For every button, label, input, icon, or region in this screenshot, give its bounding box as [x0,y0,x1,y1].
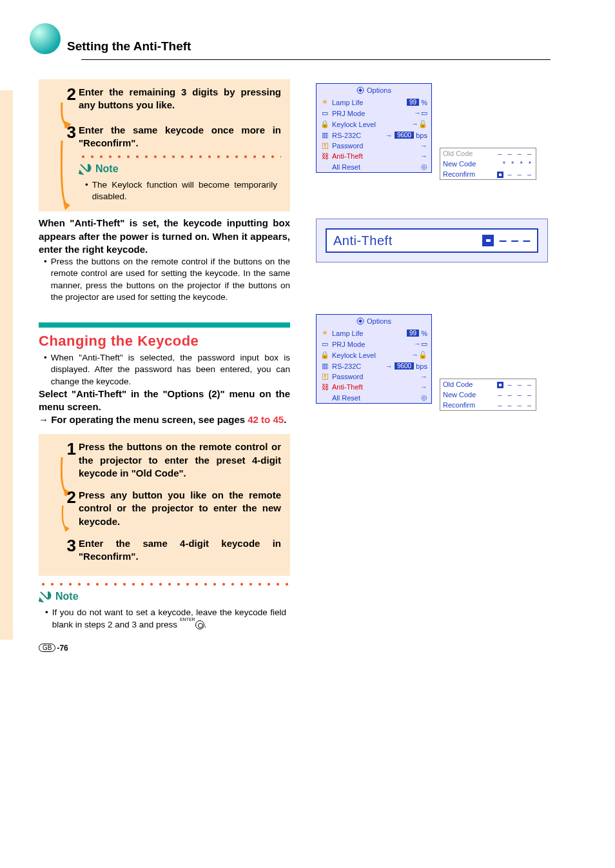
section-title: Changing the Keycode [39,333,290,350]
step-2b-text: Press any button you like on the remote … [79,489,281,528]
osd-options-menu: Options ☀Lamp Life99 % ▭PRJ Mode→▭ 🔒Keyl… [316,83,432,173]
osd-row-reset: All Reset◎ [317,392,431,403]
osd-row-lamp: ☀Lamp Life99 % [317,97,431,108]
step-2-text: Enter the remaining 3 digits by pressing… [79,86,281,112]
osd-row-prj: ▭PRJ Mode→▭ [317,339,431,350]
lamp-icon: ☀ [320,98,329,106]
page-number: -76 [57,644,68,653]
region-badge: GB [39,644,55,652]
osd-row-rs232c: ▥RS-232C → 9600 bps [317,360,431,371]
left-column: 2 Enter the remaining 3 digits by pressi… [39,79,290,631]
osd-title: Options [317,315,431,328]
step-number-3b: 3 [58,537,79,554]
step-number-3: 3 [58,124,79,141]
new-code-row: New Code– – – – [440,390,536,400]
osd-row-rs232c: ▥RS-232C → 9600 bps [317,130,431,141]
osd-title: Options [317,84,431,97]
new-code-row: New Code* * * * [440,159,536,169]
side-tab [0,90,13,640]
svg-point-0 [30,23,61,54]
right-column: Options ☀Lamp Life99 % ▭PRJ Mode→▭ 🔒Keyl… [316,79,548,631]
header-circle-icon [26,19,64,58]
note-label: Note [55,591,79,602]
step-number-1: 1 [58,440,79,457]
anti-theft-code: – – – [482,232,531,249]
lock-icon: 🔒 [320,120,329,128]
dotted-divider [79,153,281,160]
port-icon: ▥ [320,362,329,370]
prj-icon: ▭ [320,340,329,348]
osd-options-menu-2: Options ☀Lamp Life99 % ▭PRJ Mode→▭ 🔒Keyl… [316,314,432,404]
osd-row-password: ⚿Password→ [317,141,431,151]
old-code-row: Old Code – – – [440,379,536,390]
enter-button-icon [195,620,204,629]
key-icon: ⚿ [320,373,329,380]
osd-row-password: ⚿Password→ [317,371,431,382]
cursor-block-icon [497,172,503,178]
step-3b-text: Enter the same 4-digit keycode in "Recon… [79,537,281,564]
osd-row-antitheft: ⛓Anti-Theft→ [317,151,431,161]
lock-icon: 🔒 [320,351,329,359]
osd-row-keylock: 🔒Keylock Level→🔓 [317,350,431,360]
osd-row-antitheft: ⛓Anti-Theft→ [317,382,431,392]
section-divider-bar [39,322,290,328]
cursor-block-icon [497,382,503,388]
anti-theft-label: Anti-Theft [333,233,482,248]
top-step-block: 2 Enter the remaining 3 digits by pressi… [39,79,290,212]
operating-ref: → For operating the menu screen, see pag… [39,413,290,426]
select-instruction: Select "Anti-Theft" in the "Options (2)"… [39,388,290,414]
section-intro: When "Anti-Theft" is selected, the passw… [39,352,290,388]
reconfirm-row: Reconfirm– – – – [440,400,536,410]
header-rule [81,59,551,60]
code-entry-box-2: Old Code – – – New Code– – – – Reconfirm… [440,379,536,411]
step-arrow-icon [61,506,72,534]
cursor-block-icon [482,235,494,246]
reconfirm-row: Reconfirm – – – [440,169,536,179]
osd-row-reset: All Reset◎ [317,161,431,172]
osd-row-lamp: ☀Lamp Life99 % [317,328,431,339]
key-icon: ⚿ [320,142,329,150]
note-heading: Note [79,163,281,175]
dotted-divider [39,581,290,587]
lamp-icon: ☀ [320,329,329,337]
mid-bullet-paragraph: Press the buttons on the remote control … [39,256,290,303]
page-title: Setting the Anti-Theft [67,39,191,54]
note-body: The Keylock function will become tempora… [85,179,277,202]
note-heading: Note [39,590,290,603]
code-entry-box-1: Old Code– – – – New Code* * * * Reconfir… [440,148,536,180]
port-icon: ▥ [320,131,329,139]
note-label: Note [95,163,119,175]
osd-row-prj: ▭PRJ Mode→▭ [317,108,431,119]
antitheft-icon: ⛓ [320,152,329,160]
mid-bold-paragraph: When "Anti-Theft" is set, the keycode in… [39,217,290,256]
step-1-text: Press the buttons on the remote control … [79,440,281,480]
step-arrow-icon [61,141,72,214]
bottom-step-block: 1 Press the buttons on the remote contro… [39,434,290,576]
osd-row-keylock: 🔒Keylock Level→🔓 [317,119,431,130]
prj-icon: ▭ [320,109,329,117]
step-number-2: 2 [58,86,79,103]
anti-theft-prompt: Anti-Theft – – – [316,219,548,262]
step-number-2b: 2 [58,489,79,506]
page-link[interactable]: 42 to 45 [248,414,284,425]
note-body-2: If you do not want to set a keycode, lea… [45,607,286,630]
antitheft-icon: ⛓ [320,383,329,391]
old-code-row: Old Code– – – – [440,148,536,159]
step-3-text: Enter the same keycode once more in "Rec… [79,124,281,150]
page-footer: GB -76 [39,644,576,653]
